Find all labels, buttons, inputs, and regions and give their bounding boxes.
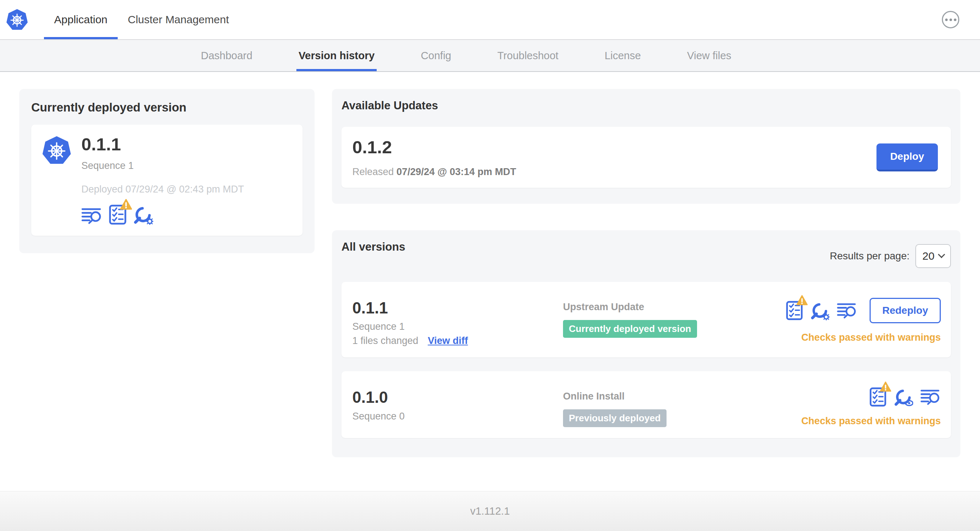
row-version-number: 0.1.0 — [352, 389, 563, 406]
kubernetes-logo-icon — [6, 9, 28, 31]
row-files-changed: 1 files changed View diff — [352, 335, 563, 347]
all-versions-card: All versions Results per page: 20 0.1.1 … — [332, 230, 960, 457]
warning-triangle-icon — [880, 382, 892, 393]
edit-config-icon[interactable] — [810, 301, 830, 320]
all-versions-header: All versions Results per page: 20 — [341, 240, 951, 268]
update-row: 0.1.2 Released 07/29/24 @ 03:14 pm MDT D… — [341, 127, 951, 188]
deploy-logs-icon[interactable] — [837, 302, 857, 319]
tab-cluster-management-label: Cluster Management — [128, 13, 229, 26]
currently-deployed-title: Currently deployed version — [31, 100, 302, 114]
console-version: v1.112.1 — [470, 505, 510, 517]
version-source: Upstream Update — [563, 302, 745, 313]
tab-application[interactable]: Application — [44, 0, 118, 39]
status-badge: Currently deployed version — [563, 320, 697, 338]
version-row: 0.1.0 Sequence 0 Online Install Previous… — [341, 371, 951, 438]
version-info: 0.1.0 Sequence 0 — [352, 382, 563, 422]
update-released-line: Released 07/29/24 @ 03:14 pm MDT — [352, 166, 516, 178]
version-status: Online Install Previously deployed — [563, 391, 745, 427]
update-released-date: 07/29/24 @ 03:14 pm MDT — [397, 166, 516, 177]
version-info: 0.1.1 Sequence 1 1 files changed View di… — [352, 293, 563, 347]
deployed-sequence: Sequence 1 — [81, 160, 244, 172]
tab-dashboard[interactable]: Dashboard — [201, 40, 253, 71]
version-action-icons — [870, 387, 941, 407]
more-options-button[interactable] — [942, 11, 959, 28]
deployed-timestamp: Deployed 07/29/24 @ 02:43 pm MDT — [81, 184, 244, 195]
edit-config-icon[interactable] — [133, 205, 153, 225]
app-footer: v1.112.1 — [0, 491, 980, 531]
preflight-checks-icon[interactable] — [109, 205, 126, 225]
version-action-icons: Redeploy — [786, 298, 941, 323]
deployed-action-icons — [81, 205, 244, 225]
available-updates-title: Available Updates — [341, 99, 951, 112]
warning-triangle-icon — [796, 295, 808, 306]
currently-deployed-card: Currently deployed version 0.1.1 Sequenc… — [19, 89, 315, 253]
deploy-logs-icon[interactable] — [920, 389, 941, 406]
results-per-page-label: Results per page: — [830, 250, 910, 262]
row-version-number: 0.1.1 — [352, 299, 563, 317]
main-content: Currently deployed version 0.1.1 Sequenc… — [0, 72, 980, 491]
results-per-page: Results per page: 20 — [830, 244, 951, 268]
tab-troubleshoot[interactable]: Troubleshoot — [497, 40, 558, 71]
view-config-icon[interactable] — [894, 387, 913, 407]
view-diff-link[interactable]: View diff — [428, 335, 468, 347]
app-subnav: Dashboard Version history Config Trouble… — [0, 40, 980, 72]
row-sequence: Sequence 0 — [352, 411, 563, 422]
available-updates-card: Available Updates 0.1.2 Released 07/29/2… — [332, 89, 960, 204]
status-badge: Previously deployed — [563, 409, 667, 427]
tab-license[interactable]: License — [605, 40, 641, 71]
deployed-version-number: 0.1.1 — [81, 134, 244, 154]
row-sequence: Sequence 1 — [352, 321, 563, 332]
tab-cluster-management[interactable]: Cluster Management — [118, 0, 239, 39]
currently-deployed-version-card: 0.1.1 Sequence 1 Deployed 07/29/24 @ 02:… — [31, 125, 302, 236]
tab-config[interactable]: Config — [421, 40, 451, 71]
tab-application-label: Application — [54, 13, 108, 26]
results-per-page-select[interactable]: 20 — [915, 244, 951, 268]
app-header: Application Cluster Management — [0, 0, 980, 40]
version-source: Online Install — [563, 391, 745, 402]
update-version-number: 0.1.2 — [352, 137, 516, 157]
app-icon — [42, 136, 71, 165]
version-actions: Checks passed with warnings — [801, 387, 941, 427]
tab-version-history[interactable]: Version history — [299, 40, 375, 71]
chevron-down-icon — [938, 251, 945, 258]
checks-status-link[interactable]: Checks passed with warnings — [801, 332, 941, 343]
preflight-checks-icon[interactable] — [786, 301, 803, 320]
version-status: Upstream Update Currently deployed versi… — [563, 302, 745, 338]
preflight-checks-icon[interactable] — [870, 387, 886, 407]
checks-status-link[interactable]: Checks passed with warnings — [801, 415, 941, 427]
ellipsis-icon — [945, 19, 948, 21]
tab-view-files[interactable]: View files — [687, 40, 731, 71]
redeploy-button[interactable]: Redeploy — [870, 298, 941, 323]
deploy-logs-icon[interactable] — [81, 207, 102, 225]
header-tabs: Application Cluster Management — [44, 0, 239, 39]
right-column: Available Updates 0.1.2 Released 07/29/2… — [332, 89, 960, 457]
header-right — [942, 0, 980, 39]
all-versions-title: All versions — [341, 240, 406, 253]
version-actions: Redeploy Checks passed with warnings — [786, 298, 941, 343]
deploy-button[interactable]: Deploy — [877, 143, 938, 172]
warning-triangle-icon — [120, 199, 132, 210]
version-row: 0.1.1 Sequence 1 1 files changed View di… — [341, 282, 951, 358]
